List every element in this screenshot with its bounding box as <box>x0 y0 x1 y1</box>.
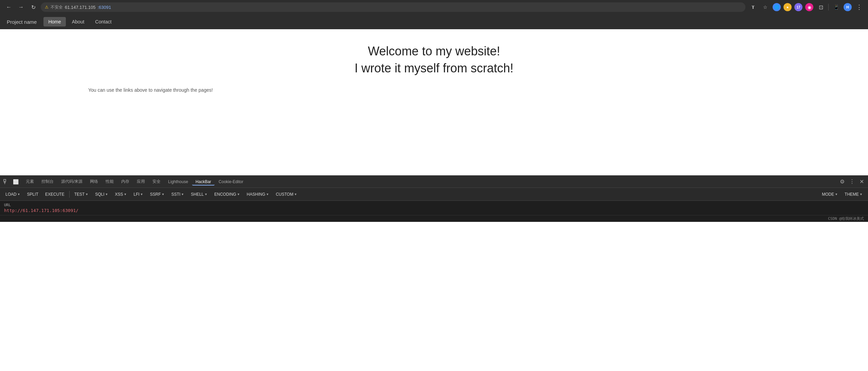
hackbar-url-section: URL http://61.147.171.105:63091/ <box>0 201 868 215</box>
nav-home[interactable]: Home <box>43 17 66 26</box>
tab-performance[interactable]: 性能 <box>102 177 117 186</box>
inspect-element-icon[interactable] <box>3 178 10 185</box>
nav-about[interactable]: About <box>67 17 89 26</box>
devtools-panel: ⬜ 元素 控制台 源代码/来源 网络 性能 内存 应用 安全 Lighthous… <box>0 175 868 222</box>
bookmark-button[interactable]: ☆ <box>760 2 770 12</box>
ssrf-dropdown-arrow: ▼ <box>162 193 165 196</box>
tab-security[interactable]: 安全 <box>149 177 164 186</box>
extensions-button[interactable]: ⊡ <box>816 2 826 12</box>
hackbar-sqli-button[interactable]: SQLI ▼ <box>92 191 111 198</box>
hackbar-lfi-button[interactable]: LFI ▼ <box>131 191 146 198</box>
sqli-dropdown-arrow: ▼ <box>105 193 108 196</box>
extension-globe[interactable]: 🌐 <box>773 3 781 11</box>
hackbar-encoding-button[interactable]: ENCODING ▼ <box>211 191 243 198</box>
translate-button[interactable]: 𝗧 <box>748 2 758 12</box>
tab-cookie-editor[interactable]: Cookie-Editor <box>215 178 247 186</box>
tab-network[interactable]: 网络 <box>87 177 101 186</box>
security-warning-icon: ⚠ <box>45 5 49 10</box>
hackbar-custom-button[interactable]: CUSTOM ▼ <box>273 191 300 198</box>
url-host: 61.147.171.105 <box>65 5 95 10</box>
tab-lighthouse[interactable]: Lighthouse <box>165 178 191 186</box>
hackbar-toolbar: LOAD ▼ SPLIT EXECUTE TEST ▼ SQLI ▼ XSS ▼… <box>0 188 868 201</box>
hackbar-theme-button[interactable]: THEME ▼ <box>842 191 865 198</box>
hackbar-ssrf-button[interactable]: SSRF ▼ <box>147 191 167 198</box>
profile-avatar[interactable]: H <box>844 3 852 11</box>
tab-console[interactable]: 控制台 <box>38 177 57 186</box>
hackbar-test-button[interactable]: TEST ▼ <box>72 191 91 198</box>
hackbar-shell-button[interactable]: SHELL ▼ <box>188 191 210 198</box>
devtools-settings-button[interactable]: ⚙ <box>838 178 846 186</box>
load-dropdown-arrow: ▼ <box>17 193 20 196</box>
devtools-tab-bar: ⬜ 元素 控制台 源代码/来源 网络 性能 内存 应用 安全 Lighthous… <box>0 176 868 188</box>
tab-application[interactable]: 应用 <box>133 177 148 186</box>
extension-badge[interactable]: ● <box>783 3 792 11</box>
browser-toolbar-icons: 𝗧 ☆ 🌐 ● 17 ◉ ⊡ 📱 H ⋮ <box>748 2 864 12</box>
shell-dropdown-arrow: ▼ <box>204 193 207 196</box>
site-subtext: You can use the links above to navigate … <box>0 87 868 93</box>
lfi-dropdown-arrow: ▼ <box>140 193 143 196</box>
devtools-close-button[interactable]: ✕ <box>858 178 865 186</box>
xss-dropdown-arrow: ▼ <box>124 193 127 196</box>
hackbar-ssti-button[interactable]: SSTI ▼ <box>169 191 187 198</box>
hackbar-status-text: CSDN @给我杯冰美式 <box>828 216 864 221</box>
hackbar-right-buttons: MODE ▼ THEME ▼ <box>819 191 865 198</box>
encoding-dropdown-arrow: ▼ <box>237 193 240 196</box>
custom-dropdown-arrow: ▼ <box>294 193 297 196</box>
hackbar-hashing-button[interactable]: HASHING ▼ <box>244 191 272 198</box>
tab-elements[interactable]: 元素 <box>22 177 37 186</box>
back-button[interactable]: ← <box>4 2 14 12</box>
hashing-dropdown-arrow: ▼ <box>266 193 269 196</box>
address-bar[interactable]: ⚠ 不安全 61.147.171.105 :63091 <box>41 2 745 12</box>
browser-chrome: ← → ↻ ⚠ 不安全 61.147.171.105 :63091 𝗧 ☆ 🌐 … <box>0 0 868 14</box>
nav-contact[interactable]: Contact <box>90 17 116 26</box>
site-heading: Welcome to my website! I wrote it myself… <box>354 43 513 77</box>
device-mode-icon[interactable]: ⬜ <box>12 178 19 185</box>
forward-button[interactable]: → <box>16 2 26 12</box>
extension-badge-number: 17 <box>796 5 800 9</box>
cast-button[interactable]: 📱 <box>831 2 841 12</box>
chrome-menu-button[interactable]: ⋮ <box>854 2 864 12</box>
mode-dropdown-arrow: ▼ <box>835 193 838 196</box>
url-port: :63091 <box>97 5 111 10</box>
tab-sources[interactable]: 源代码/来源 <box>58 177 86 186</box>
security-label: 不安全 <box>51 4 63 10</box>
ssti-dropdown-arrow: ▼ <box>181 193 184 196</box>
hackbar-xss-button[interactable]: XSS ▼ <box>112 191 130 198</box>
hackbar-split-button[interactable]: SPLIT <box>24 191 41 198</box>
hackbar-execute-button[interactable]: EXECUTE <box>42 191 67 198</box>
test-dropdown-arrow: ▼ <box>85 193 88 196</box>
devtools-icons: ⬜ <box>3 178 19 185</box>
svg-rect-0 <box>4 179 6 181</box>
site-content: Welcome to my website! I wrote it myself… <box>0 29 868 175</box>
hackbar-divider-1 <box>69 191 70 198</box>
devtools-tab-right-actions: ⚙ ⋮ ✕ <box>838 178 865 186</box>
refresh-button[interactable]: ↻ <box>29 2 38 12</box>
site-nav-links: Home About Contact <box>43 17 116 26</box>
hackbar-mode-button[interactable]: MODE ▼ <box>819 191 841 198</box>
url-value: http://61.147.171.105:63091/ <box>4 208 864 213</box>
theme-dropdown-arrow: ▼ <box>860 193 863 196</box>
extension-color1[interactable]: ◉ <box>805 3 813 11</box>
hackbar-load-button[interactable]: LOAD ▼ <box>3 191 23 198</box>
url-label: URL <box>4 203 864 207</box>
tab-memory[interactable]: 内存 <box>118 177 133 186</box>
site-navbar: Project name Home About Contact <box>0 14 868 29</box>
toolbar-divider <box>828 4 829 11</box>
extension-numbered[interactable]: 17 <box>794 3 802 11</box>
tab-hackbar[interactable]: HackBar <box>192 178 215 186</box>
devtools-more-button[interactable]: ⋮ <box>848 178 856 186</box>
hackbar-status-bar: CSDN @给我杯冰美式 <box>0 215 868 222</box>
site-brand: Project name <box>7 19 37 25</box>
